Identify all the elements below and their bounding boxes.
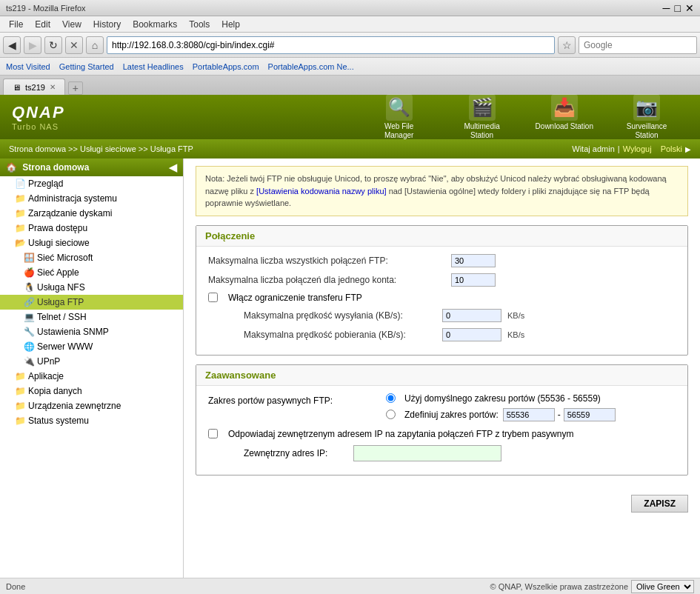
sidebar-collapse-icon[interactable]: ◀ — [169, 161, 177, 173]
search-input[interactable] — [579, 36, 697, 54]
main-area: 🏠 Strona domowa ◀ 📄 Przegląd 📁 Administr… — [0, 158, 700, 578]
nav-web-file-manager[interactable]: 🔍 Web File Manager — [358, 91, 441, 143]
respond-ip-checkbox[interactable] — [208, 429, 218, 438]
bookmarks-bar: Most Visited Getting Started Latest Head… — [0, 58, 700, 76]
upload-speed-input[interactable] — [442, 309, 501, 322]
menu-history[interactable]: History — [87, 18, 127, 31]
external-ip-label: Zewnętrzny adres IP: — [229, 448, 347, 458]
bookmark-portableapps-ne[interactable]: PortableApps.com Ne... — [268, 62, 354, 71]
radio-custom[interactable] — [386, 410, 396, 419]
max-connections-row: Maksymalna liczba wszystkich połączeń FT… — [208, 254, 676, 267]
port-start-input[interactable] — [503, 408, 555, 421]
sidebar-item-usluga-ftp[interactable]: 🔗 Usługa FTP — [0, 295, 183, 310]
sidebar-item-zarzadzanie[interactable]: 📁 Zarządzanie dyskami — [0, 206, 183, 221]
status-done: Done — [6, 582, 25, 591]
limit-transfer-row: Włącz ograniczenie transferu FTP — [208, 293, 676, 303]
sidebar-item-kopia[interactable]: 📁 Kopia danych — [0, 384, 183, 398]
reload-button[interactable]: ↻ — [44, 36, 62, 54]
sidebar-item-serwer-www[interactable]: 🌐 Serwer WWW — [0, 339, 183, 354]
zaawansowane-section: Zaawansowane Zakres portów pasywnych FTP… — [196, 364, 688, 475]
sidebar-item-upnp[interactable]: 🔌 UPnP — [0, 354, 183, 369]
lang-arrow-icon[interactable]: ▶ — [685, 145, 691, 153]
sidebar-item-aplikacje[interactable]: 📁 Aplikacje — [0, 369, 183, 384]
sidebar-item-ustawienia-snmp[interactable]: 🔧 Ustawienia SNMP — [0, 324, 183, 339]
max-connections-input[interactable] — [451, 254, 496, 267]
theme-select[interactable]: Olive Green — [631, 580, 694, 593]
nav-download-station[interactable]: 📥 Download Station — [524, 91, 605, 143]
save-button[interactable]: ZAPISZ — [631, 495, 688, 513]
menu-edit[interactable]: Edit — [29, 18, 56, 31]
sidebar-item-usluga-nfs[interactable]: 🐧 Usługa NFS — [0, 280, 183, 295]
address-bar[interactable] — [107, 36, 555, 54]
limit-transfer-checkbox[interactable] — [208, 293, 218, 302]
menu-bookmarks[interactable]: Bookmarks — [127, 18, 183, 31]
lang-selector[interactable]: Polski — [661, 144, 682, 153]
upnp-icon: 🔌 — [24, 356, 34, 367]
upload-speed-label: Maksymalna prędkość wysyłania (KB/s): — [229, 310, 436, 321]
forward-button[interactable]: ▶ — [24, 36, 41, 54]
bookmark-portableapps[interactable]: PortableApps.com — [193, 62, 259, 71]
bookmark-latest-headlines[interactable]: Latest Headlines — [123, 62, 184, 71]
tab-label: ts219 — [25, 83, 45, 92]
port-end-input[interactable] — [564, 408, 616, 421]
star-icon[interactable]: ☆ — [558, 36, 576, 54]
sidebar-item-uslugi[interactable]: 📂 Usługi sieciowe — [0, 236, 183, 250]
stop-button[interactable]: ✕ — [65, 36, 83, 54]
nav-surveillance-station[interactable]: 📷 Surveillance Station — [605, 91, 688, 143]
save-row: ZAPISZ — [196, 484, 688, 490]
multimedia-station-label: Multimedia Station — [453, 122, 512, 140]
menu-view[interactable]: View — [56, 18, 87, 31]
menu-help[interactable]: Help — [216, 18, 246, 31]
zaawansowane-title: Zaawansowane — [196, 365, 687, 386]
prawa-icon: 📁 — [15, 223, 25, 233]
usluga-nfs-icon: 🐧 — [24, 282, 34, 293]
note-link[interactable]: [Ustawienia kodowania nazwy pliku] — [256, 187, 386, 196]
sidebar-item-siec-apple[interactable]: 🍎 Sieć Apple — [0, 265, 183, 280]
serwer-www-icon: 🌐 — [24, 341, 34, 352]
max-account-input[interactable] — [451, 273, 496, 287]
bookmark-getting-started[interactable]: Getting Started — [59, 62, 114, 71]
qnap-header: QNAP Turbo NAS 🔍 Web File Manager 🎬 Mult… — [0, 95, 700, 139]
polaczenie-section: Połączenie Maksymalna liczba wszystkich … — [196, 225, 688, 356]
sidebar-item-telnet-ssh[interactable]: 💻 Telnet / SSH — [0, 310, 183, 324]
max-connections-label: Maksymalna liczba wszystkich połączeń FT… — [208, 256, 445, 266]
tab-close-icon[interactable]: ✕ — [50, 83, 56, 91]
web-file-manager-label: Web File Manager — [370, 122, 429, 140]
menu-file[interactable]: File — [3, 18, 29, 31]
sidebar-item-administracja[interactable]: 📁 Administracja systemu — [0, 191, 183, 206]
respond-ip-row: Odpowiadaj zewnętrzenym adresem IP na za… — [208, 429, 676, 439]
bookmark-most-visited[interactable]: Most Visited — [6, 62, 50, 71]
sidebar-item-status[interactable]: 📁 Status systemu — [0, 413, 183, 428]
browser-menu-bar: File Edit View History Bookmarks Tools H… — [0, 16, 700, 33]
external-ip-input[interactable] — [353, 445, 501, 461]
qnap-nav: 🔍 Web File Manager 🎬 Multimedia Station … — [358, 91, 688, 143]
passive-ports-label: Zakres portów pasywnych FTP: — [208, 393, 371, 410]
surveillance-station-icon: 📷 — [633, 94, 660, 121]
radio-default[interactable] — [386, 393, 396, 403]
new-tab-button[interactable]: + — [68, 81, 83, 95]
polaczenie-body: Maksymalna liczba wszystkich połączeń FT… — [196, 247, 687, 355]
sidebar-item-prawa[interactable]: 📁 Prawa dostępu — [0, 221, 183, 236]
port-range: - — [503, 408, 616, 421]
nav-multimedia-station[interactable]: 🎬 Multimedia Station — [441, 91, 524, 143]
menu-tools[interactable]: Tools — [183, 18, 216, 31]
sidebar-item-przeglad[interactable]: 📄 Przegląd — [0, 176, 183, 191]
web-file-manager-icon: 🔍 — [386, 94, 413, 121]
browser-tab[interactable]: 🖥 ts219 ✕ — [3, 79, 65, 95]
uslugi-icon: 📂 — [15, 238, 25, 248]
usluga-ftp-icon: 🔗 — [24, 297, 34, 307]
home-button[interactable]: ⌂ — [86, 36, 104, 54]
multimedia-station-icon: 🎬 — [469, 94, 496, 121]
back-button[interactable]: ◀ — [3, 36, 21, 54]
status-icon: 📁 — [15, 416, 25, 426]
logout-link[interactable]: Wyloguj — [623, 144, 652, 153]
qnap-logo-text: QNAP — [12, 103, 65, 122]
sidebar-item-siec-microsoft[interactable]: 🪟 Sieć Microsoft — [0, 250, 183, 265]
download-speed-input[interactable] — [442, 328, 501, 341]
sidebar: 🏠 Strona domowa ◀ 📄 Przegląd 📁 Administr… — [0, 158, 184, 578]
sidebar-item-urzadzenia[interactable]: 📁 Urządzenia zewnętrzne — [0, 398, 183, 413]
download-speed-label: Maksymalna prędkość pobierania (KB/s): — [229, 330, 436, 340]
kopia-icon: 📁 — [15, 386, 25, 396]
status-bar: Done © QNAP, Wszelkie prawa zastrzeżone … — [0, 578, 700, 594]
zaawansowane-body: Zakres portów pasywnych FTP: Użyj domyśl… — [196, 386, 687, 475]
